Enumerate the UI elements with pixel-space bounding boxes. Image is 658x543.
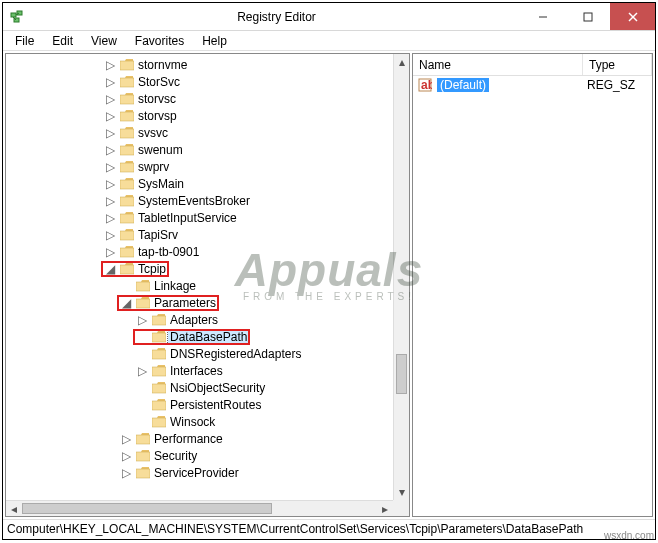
collapse-icon[interactable]: ◢ xyxy=(102,262,118,276)
scroll-thumb[interactable] xyxy=(22,503,272,514)
tree-item-label[interactable]: storvsp xyxy=(136,109,179,123)
tree-item[interactable]: ▷TapiSrv xyxy=(6,226,393,243)
expand-icon[interactable]: ▷ xyxy=(102,58,118,72)
tree-item-label[interactable]: svsvc xyxy=(136,126,170,140)
tree-item-label[interactable]: NsiObjectSecurity xyxy=(168,381,267,395)
tree-item-label[interactable]: SystemEventsBroker xyxy=(136,194,252,208)
tree-item-label[interactable]: swprv xyxy=(136,160,171,174)
expand-icon[interactable]: ▷ xyxy=(102,177,118,191)
tree-item[interactable]: ▷swprv xyxy=(6,158,393,175)
tree-vertical-scrollbar[interactable]: ▴ ▾ xyxy=(393,54,409,500)
expand-icon[interactable]: ▷ xyxy=(118,466,134,480)
tree-item[interactable]: ▷StorSvc xyxy=(6,73,393,90)
expand-icon[interactable]: ▷ xyxy=(118,432,134,446)
menu-edit[interactable]: Edit xyxy=(44,32,81,50)
scroll-thumb[interactable] xyxy=(396,354,407,394)
close-button[interactable] xyxy=(610,3,655,30)
menu-favorites[interactable]: Favorites xyxy=(127,32,192,50)
tree-item-label[interactable]: Interfaces xyxy=(168,364,225,378)
menu-help[interactable]: Help xyxy=(194,32,235,50)
tree-item-label[interactable]: swenum xyxy=(136,143,185,157)
tree-item[interactable]: ▷svsvc xyxy=(6,124,393,141)
column-name[interactable]: Name xyxy=(413,54,583,75)
collapse-icon[interactable]: ◢ xyxy=(118,296,134,310)
tree-item[interactable]: ◢Tcpip xyxy=(6,260,393,277)
svg-rect-19 xyxy=(120,231,134,240)
app-icon xyxy=(3,3,33,30)
string-value-icon: ab xyxy=(417,77,433,93)
expand-icon[interactable]: ▷ xyxy=(134,364,150,378)
expand-icon[interactable]: ▷ xyxy=(102,228,118,242)
values-list[interactable]: ab(Default)REG_SZ xyxy=(413,76,652,516)
tree-item-label[interactable]: DNSRegisteredAdapters xyxy=(168,347,303,361)
svg-rect-22 xyxy=(136,282,150,291)
tree-item[interactable]: ▷Security xyxy=(6,447,393,464)
expand-icon[interactable]: ▷ xyxy=(102,75,118,89)
tree-item[interactable]: Linkage xyxy=(6,277,393,294)
tree-item[interactable]: ▷tap-tb-0901 xyxy=(6,243,393,260)
tree-item-label[interactable]: tap-tb-0901 xyxy=(136,245,201,259)
tree-item-label[interactable]: TabletInputService xyxy=(136,211,239,225)
tree-item-label[interactable]: Security xyxy=(152,449,199,463)
tree-item-label[interactable]: storvsc xyxy=(136,92,178,106)
tree-item-label[interactable]: TapiSrv xyxy=(136,228,180,242)
tree-item[interactable]: ▷storvsc xyxy=(6,90,393,107)
tree-item-label[interactable]: Tcpip xyxy=(136,262,168,276)
svg-rect-26 xyxy=(152,350,166,359)
tree-item[interactable]: ▷ServiceProvider xyxy=(6,464,393,481)
expand-icon[interactable]: ▷ xyxy=(102,245,118,259)
folder-icon xyxy=(118,263,136,275)
tree-item[interactable]: DataBasePath xyxy=(6,328,393,345)
scroll-down-button[interactable]: ▾ xyxy=(394,484,409,500)
svg-rect-24 xyxy=(152,316,166,325)
tree-item[interactable]: DNSRegisteredAdapters xyxy=(6,345,393,362)
tree-item[interactable]: ▷storvsp xyxy=(6,107,393,124)
expand-icon[interactable]: ▷ xyxy=(102,211,118,225)
tree-item-label[interactable]: Linkage xyxy=(152,279,198,293)
scroll-right-button[interactable]: ▸ xyxy=(377,501,393,516)
tree-item-label[interactable]: Adapters xyxy=(168,313,220,327)
expand-icon[interactable]: ▷ xyxy=(134,313,150,327)
value-name[interactable]: (Default) xyxy=(437,78,489,92)
tree-item-label[interactable]: PersistentRoutes xyxy=(168,398,263,412)
tree-item[interactable]: ▷Performance xyxy=(6,430,393,447)
folder-icon xyxy=(118,178,136,190)
minimize-button[interactable] xyxy=(520,3,565,30)
expand-icon[interactable]: ▷ xyxy=(102,194,118,208)
expand-icon[interactable]: ▷ xyxy=(102,143,118,157)
maximize-button[interactable] xyxy=(565,3,610,30)
tree-item-label[interactable]: stornvme xyxy=(136,58,189,72)
tree-item[interactable]: PersistentRoutes xyxy=(6,396,393,413)
tree-item-label[interactable]: Performance xyxy=(152,432,225,446)
value-row[interactable]: ab(Default)REG_SZ xyxy=(413,76,652,94)
menu-view[interactable]: View xyxy=(83,32,125,50)
expand-icon[interactable]: ▷ xyxy=(118,449,134,463)
tree-item[interactable]: NsiObjectSecurity xyxy=(6,379,393,396)
tree-item-label[interactable]: SysMain xyxy=(136,177,186,191)
tree-item[interactable]: ▷TabletInputService xyxy=(6,209,393,226)
expand-icon[interactable]: ▷ xyxy=(102,160,118,174)
menu-file[interactable]: File xyxy=(7,32,42,50)
scroll-left-button[interactable]: ◂ xyxy=(6,501,22,516)
tree-item-label[interactable]: StorSvc xyxy=(136,75,182,89)
tree-pane: ▷stornvme▷StorSvc▷storvsc▷storvsp▷svsvc▷… xyxy=(5,53,410,517)
expand-icon[interactable]: ▷ xyxy=(102,126,118,140)
tree-item[interactable]: ▷SystemEventsBroker xyxy=(6,192,393,209)
tree-item[interactable]: ▷Adapters xyxy=(6,311,393,328)
tree-item[interactable]: Winsock xyxy=(6,413,393,430)
tree-item-label[interactable]: Parameters xyxy=(152,296,218,310)
tree-item-label[interactable]: Winsock xyxy=(168,415,217,429)
tree-horizontal-scrollbar[interactable]: ◂ ▸ xyxy=(6,500,393,516)
tree-item[interactable]: ▷SysMain xyxy=(6,175,393,192)
tree-item-label[interactable]: ServiceProvider xyxy=(152,466,241,480)
tree-item[interactable]: ▷Interfaces xyxy=(6,362,393,379)
expand-icon[interactable]: ▷ xyxy=(102,109,118,123)
tree-item[interactable]: ◢Parameters xyxy=(6,294,393,311)
registry-tree[interactable]: ▷stornvme▷StorSvc▷storvsc▷storvsp▷svsvc▷… xyxy=(6,54,393,500)
column-type[interactable]: Type xyxy=(583,54,652,75)
tree-item[interactable]: ▷swenum xyxy=(6,141,393,158)
tree-item[interactable]: ▷stornvme xyxy=(6,56,393,73)
expand-icon[interactable]: ▷ xyxy=(102,92,118,106)
tree-item-label[interactable]: DataBasePath xyxy=(168,330,249,344)
scroll-up-button[interactable]: ▴ xyxy=(394,54,409,70)
